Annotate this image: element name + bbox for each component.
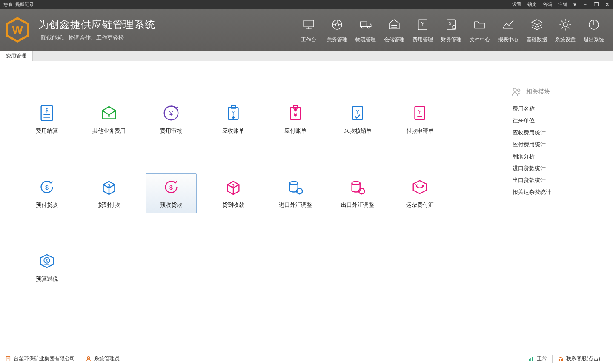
link-fee-name[interactable]: 费用名称 <box>511 103 596 115</box>
titlebar-password[interactable]: 密码 <box>543 1 552 8</box>
link-import-goods-stat[interactable]: 进口货款统计 <box>511 162 596 174</box>
brand: W 为创鑫捷供应链管理系统 降低能耗、协调合作、工作更轻松 <box>0 17 155 43</box>
signal-icon <box>528 356 534 362</box>
module-audit[interactable]: ¥ 费用审核 <box>146 100 197 139</box>
related-modules-head: 相关模块 <box>511 87 596 97</box>
titlebar-logout[interactable]: 注销 <box>558 1 567 8</box>
nav-report[interactable]: 报表中心 <box>494 14 522 46</box>
svg-text:$: $ <box>45 184 49 191</box>
link-pay-stat[interactable]: 应付费用统计 <box>511 139 596 151</box>
nav-customs[interactable]: 关务管理 <box>323 14 351 46</box>
module-settlement-label: 费用结算 <box>36 127 58 135</box>
module-cod-receive[interactable]: $ 货到收款 <box>208 173 259 213</box>
tab-expense[interactable]: 费用管理 <box>0 51 33 61</box>
status-contact[interactable]: 联系客服(点击) <box>553 353 613 364</box>
module-receivable[interactable]: ¥ 应收账单 <box>208 100 259 139</box>
module-payable[interactable]: ¥ 应付账单 <box>270 100 321 139</box>
nav-finance[interactable]: ¥ 财务管理 <box>437 14 465 46</box>
status-contact-text: 联系客服(点击) <box>566 355 600 362</box>
module-incoming-verify-label: 来款核销单 <box>344 127 372 135</box>
titlebar-lock[interactable]: 锁定 <box>527 1 537 8</box>
module-settlement[interactable]: $ 费用结算 <box>21 100 72 139</box>
dropdown-icon[interactable]: ▾ <box>573 1 576 8</box>
nav-files[interactable]: 文件中心 <box>465 14 494 46</box>
status-company: 台塑环保矿业集团有限公司 <box>0 353 80 364</box>
minimize-icon[interactable]: － <box>582 0 588 8</box>
svg-text:¥: ¥ <box>232 110 235 116</box>
module-export-fx[interactable]: 出口外汇调整 <box>332 173 383 213</box>
link-partner[interactable]: 往来单位 <box>511 115 596 127</box>
app-title: 为创鑫捷供应链管理系统 <box>38 18 155 31</box>
related-modules-panel: 相关模块 费用名称 往来单位 应收费用统计 应付费用统计 利润分析 进口货款统计… <box>511 87 596 198</box>
module-grid: $ 费用结算 ¥ 其他业务费用 ¥ 费用审核 ¥ 应收账单 ¥ 应付账单 ¥ 来… <box>21 100 456 287</box>
maximize-icon[interactable]: ❐ <box>594 1 599 8</box>
svg-text:¥: ¥ <box>421 21 424 27</box>
module-other-biz[interactable]: ¥ 其他业务费用 <box>83 100 135 139</box>
link-customs-fee-stat[interactable]: 报关运杂费统计 <box>511 186 596 198</box>
module-prepay-goods-label: 预付货款 <box>36 201 58 209</box>
module-import-fx[interactable]: 进口外汇调整 <box>270 173 321 213</box>
module-freight-pay[interactable]: 运杂费付汇 <box>394 173 445 213</box>
svg-text:$: $ <box>108 183 110 188</box>
module-audit-label: 费用审核 <box>160 127 182 135</box>
status-state: 正常 <box>523 353 552 364</box>
module-cod-receive-label: 货到收款 <box>222 201 244 209</box>
nav-logistics[interactable]: 物流管理 <box>351 14 380 46</box>
tabbar: 费用管理 <box>0 51 613 61</box>
module-prebudget-refund[interactable]: $ 预算退税 <box>21 247 72 287</box>
link-profit[interactable]: 利润分析 <box>511 151 596 162</box>
nav-exit-label: 退出系统 <box>579 36 608 43</box>
people-icon <box>511 87 522 97</box>
module-other-biz-label: 其他业务费用 <box>92 127 126 135</box>
svg-text:¥: ¥ <box>418 109 421 115</box>
nav-report-label: 报表中心 <box>494 36 522 43</box>
module-prereceive-goods[interactable]: $ 预收货款 <box>146 173 197 213</box>
module-prereceive-goods-label: 预收货款 <box>160 201 182 209</box>
svg-point-59 <box>513 88 516 91</box>
close-icon[interactable]: ✕ <box>605 1 610 8</box>
user-icon <box>86 356 92 362</box>
svg-text:$: $ <box>232 183 235 188</box>
main-nav: 工作台 关务管理 物流管理 仓储管理 ¥ 费用管理 ¥ 财务管理 文件中心 报表… <box>294 14 613 46</box>
nav-expense[interactable]: ¥ 费用管理 <box>408 14 437 46</box>
nav-finance-label: 财务管理 <box>437 36 465 43</box>
module-cod-pay-label: 货到付款 <box>98 201 120 209</box>
svg-point-50 <box>290 182 298 185</box>
svg-text:¥: ¥ <box>294 112 297 118</box>
nav-logistics-label: 物流管理 <box>351 36 380 43</box>
module-incoming-verify[interactable]: ¥ 来款核销单 <box>332 100 383 139</box>
module-export-fx-label: 出口外汇调整 <box>341 201 374 209</box>
app-subtitle: 降低能耗、协调合作、工作更轻松 <box>38 34 155 42</box>
status-user-text: 系统管理员 <box>94 355 120 362</box>
svg-text:$: $ <box>46 259 48 263</box>
module-receivable-label: 应收账单 <box>222 127 244 135</box>
nav-customs-label: 关务管理 <box>323 36 351 43</box>
svg-point-52 <box>352 182 360 185</box>
brand-logo-icon: W <box>4 17 31 43</box>
svg-point-64 <box>87 356 89 358</box>
nav-exit[interactable]: 退出系统 <box>579 14 608 46</box>
module-payment-request[interactable]: ¥ 付款申请单 <box>394 100 445 139</box>
module-prepay-goods[interactable]: $ 预付货款 <box>21 173 72 213</box>
link-recv-stat[interactable]: 应收费用统计 <box>511 127 596 139</box>
svg-rect-2 <box>304 20 314 26</box>
module-freight-pay-label: 运杂费付汇 <box>406 201 434 209</box>
nav-syssettings[interactable]: 系统设置 <box>551 14 579 46</box>
link-export-goods-stat[interactable]: 出口货款统计 <box>511 174 596 186</box>
titlebar: 您有1提醒记录 设置 锁定 密码 注销 ▾ － ❐ ✕ <box>0 0 613 9</box>
statusbar: 台塑环保矿业集团有限公司 系统管理员 正常 联系客服(点击) <box>0 353 613 364</box>
svg-text:$: $ <box>46 108 49 114</box>
building-icon <box>5 356 11 362</box>
nav-workbench[interactable]: 工作台 <box>294 14 323 46</box>
module-cod-pay[interactable]: $ 货到付款 <box>83 173 135 213</box>
svg-text:¥: ¥ <box>107 114 110 119</box>
reminder-text[interactable]: 您有1提醒记录 <box>3 2 34 7</box>
svg-point-60 <box>518 89 520 92</box>
titlebar-settings[interactable]: 设置 <box>512 1 521 8</box>
nav-expense-label: 费用管理 <box>408 36 437 43</box>
nav-basedata[interactable]: 基础数据 <box>522 14 551 46</box>
nav-warehouse[interactable]: 仓储管理 <box>380 14 408 46</box>
headset-icon <box>558 356 564 362</box>
svg-marker-54 <box>413 181 427 194</box>
header: W 为创鑫捷供应链管理系统 降低能耗、协调合作、工作更轻松 工作台 关务管理 物… <box>0 9 613 51</box>
